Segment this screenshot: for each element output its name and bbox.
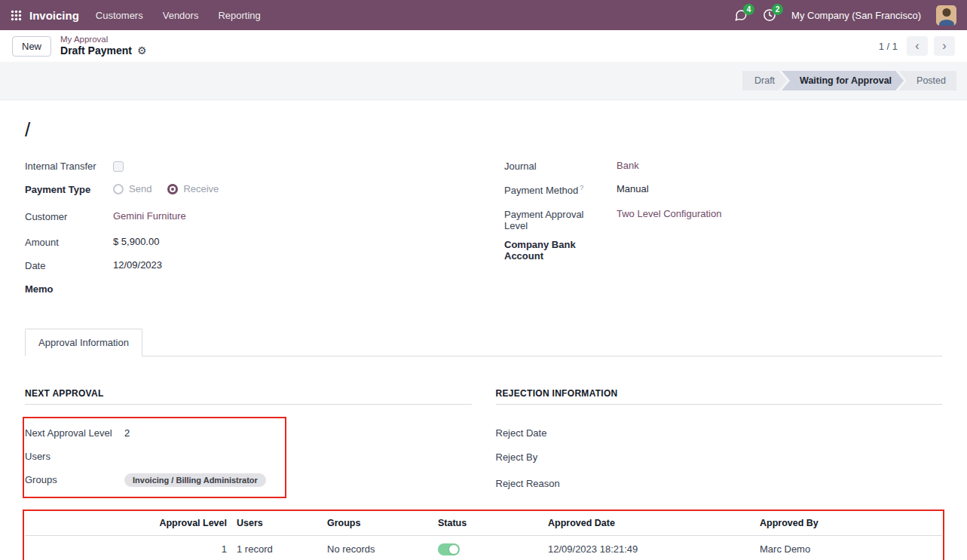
col-approved-date[interactable]: Approved Date	[546, 511, 757, 535]
journal-label: Journal	[504, 160, 607, 172]
next-approval-section-title: NEXT APPROVAL	[25, 388, 472, 405]
control-panel: New My Approval Draft Payment ⚙ 1 / 1 ‹ …	[0, 30, 967, 62]
main-menu: Customers Vendors Reporting	[96, 10, 261, 21]
messages-icon[interactable]: 4	[734, 8, 748, 22]
payment-method-label: Payment Method?	[504, 183, 607, 196]
next-approval-section: NEXT APPROVAL Next Approval Level 2 User…	[25, 388, 472, 502]
reject-reason-label: Reject Reason	[496, 478, 943, 494]
memo-label: Memo	[25, 283, 104, 295]
payment-type-send-label: Send	[129, 183, 151, 194]
form-right-column: Journal Bank Payment Method? Manual Paym…	[504, 160, 942, 306]
tab-approval-information[interactable]: Approval Information	[25, 329, 142, 357]
rejection-information-section: REJECTION INFORMATION Reject Date Reject…	[496, 388, 943, 502]
cell-approved-date: 12/09/2023 18:21:49	[546, 537, 757, 560]
journal-value-link[interactable]: Bank	[617, 160, 639, 171]
cell-groups: No records	[325, 537, 436, 560]
col-approval-level[interactable]: Approval Level	[25, 511, 234, 535]
payment-method-value[interactable]: Manual	[617, 183, 649, 194]
apps-grid-icon[interactable]	[11, 10, 22, 21]
gear-icon[interactable]: ⚙	[137, 44, 147, 58]
col-status[interactable]: Status	[436, 511, 546, 535]
statusbar: Draft Waiting for Approval Posted	[742, 71, 956, 90]
rejection-section-title: REJECTION INFORMATION	[496, 388, 943, 405]
form-sheet: / Internal Transfer Payment Type Send Re…	[0, 100, 967, 560]
cell-approval-level: 1	[25, 537, 234, 560]
breadcrumb-current: Draft Payment	[60, 44, 132, 58]
record-title: /	[25, 118, 942, 142]
payment-approval-level-label: Payment Approval Level	[504, 208, 607, 231]
payment-type-send-radio[interactable]	[113, 184, 124, 194]
table-header-row: Approval Level Users Groups Status Appro…	[25, 511, 942, 536]
breadcrumb: My Approval Draft Payment ⚙	[60, 34, 146, 58]
menu-reporting[interactable]: Reporting	[218, 10, 260, 21]
approval-table: Approval Level Users Groups Status Appro…	[25, 510, 942, 560]
next-approval-level-label: Next Approval Level	[25, 427, 124, 439]
activities-badge: 2	[772, 4, 783, 15]
help-icon: ?	[580, 184, 583, 191]
groups-label: Groups	[25, 474, 124, 485]
date-label: Date	[25, 259, 104, 271]
annotation-box-next-approval: Next Approval Level 2 Users Groups Invoi…	[23, 417, 286, 498]
menu-vendors[interactable]: Vendors	[163, 10, 199, 21]
stage-draft[interactable]: Draft	[742, 71, 787, 90]
groups-tag[interactable]: Invoicing / Billing Administrator	[124, 473, 266, 487]
payment-type-label: Payment Type	[25, 183, 104, 195]
status-toggle-on[interactable]	[438, 543, 460, 555]
company-bank-account-label: Company Bank Account	[504, 238, 607, 262]
customer-value-link[interactable]: Gemini Furniture	[113, 210, 186, 222]
col-users[interactable]: Users	[234, 511, 325, 535]
top-navbar: Invoicing Customers Vendors Reporting 4 …	[0, 0, 967, 30]
cell-approved-by: Marc Demo	[757, 537, 942, 560]
table-row[interactable]: 1 1 record No records 12/09/2023 18:21:4…	[25, 536, 942, 560]
form-left-column: Internal Transfer Payment Type Send Rece…	[25, 160, 463, 306]
company-switcher[interactable]: My Company (San Francisco)	[791, 10, 921, 21]
stage-waiting-for-approval[interactable]: Waiting for Approval	[782, 71, 904, 90]
pager: 1 / 1 ‹ ›	[879, 36, 955, 56]
next-approval-level-value[interactable]: 2	[124, 427, 130, 439]
pager-next-button[interactable]: ›	[934, 36, 955, 56]
payment-type-receive-radio[interactable]	[167, 184, 178, 194]
date-value[interactable]: 12/09/2023	[113, 259, 162, 271]
pager-previous-button[interactable]: ‹	[907, 36, 928, 56]
notebook-tabs: Approval Information	[25, 329, 942, 357]
activities-icon[interactable]: 2	[763, 8, 776, 22]
internal-transfer-checkbox[interactable]	[113, 161, 124, 172]
reject-date-label: Reject Date	[496, 427, 943, 443]
amount-label: Amount	[25, 236, 104, 248]
annotation-box-table: Approval Level Users Groups Status Appro…	[23, 510, 944, 560]
col-groups[interactable]: Groups	[325, 511, 436, 535]
customer-label: Customer	[25, 210, 104, 222]
pager-count: 1 / 1	[879, 41, 898, 52]
payment-approval-level-value-link[interactable]: Two Level Configuration	[617, 208, 721, 219]
col-approved-by[interactable]: Approved By	[757, 511, 942, 535]
amount-value[interactable]: $ 5,900.00	[113, 236, 159, 247]
messages-badge: 4	[743, 4, 754, 15]
internal-transfer-label: Internal Transfer	[25, 160, 104, 172]
menu-customers[interactable]: Customers	[96, 10, 143, 21]
payment-type-receive-label: Receive	[183, 183, 219, 194]
cell-users: 1 record	[234, 537, 325, 560]
breadcrumb-my-approval[interactable]: My Approval	[60, 34, 146, 44]
status-band: Draft Waiting for Approval Posted	[0, 62, 967, 100]
stage-posted[interactable]: Posted	[898, 71, 956, 90]
reject-by-label: Reject By	[496, 451, 943, 467]
new-button[interactable]: New	[12, 36, 51, 57]
user-avatar[interactable]	[936, 5, 956, 26]
app-name[interactable]: Invoicing	[29, 9, 79, 22]
users-label: Users	[25, 451, 124, 462]
